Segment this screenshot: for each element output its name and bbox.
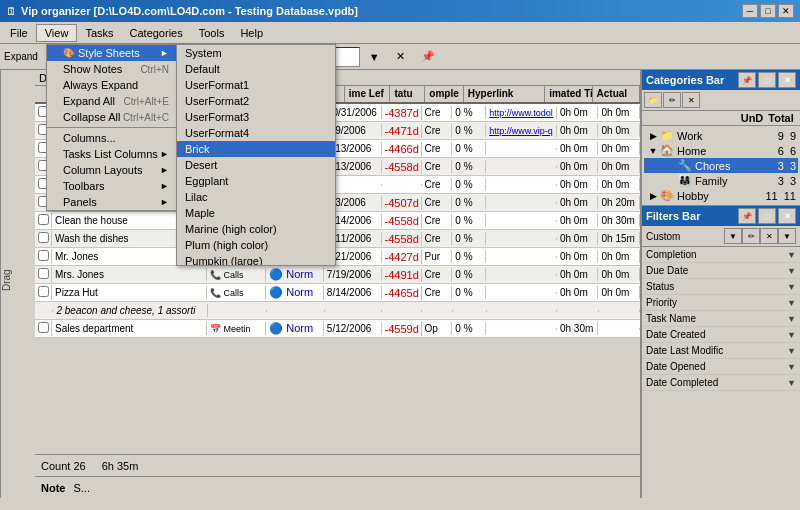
- filter-arrow-datelastmod[interactable]: ▼: [787, 346, 796, 356]
- view-menu-shownotes[interactable]: Show Notes Ctrl+N: [47, 61, 185, 77]
- row-complete: 0 %: [452, 214, 486, 227]
- row-date: [324, 184, 382, 186]
- col-date[interactable]: Date&T: [279, 86, 345, 102]
- row-date: 10/31/2006: [324, 106, 382, 119]
- toolbar-down[interactable]: ▼: [204, 48, 229, 66]
- filter-float-btn[interactable]: □: [758, 208, 776, 224]
- row-category: 👨‍👩‍👧 Family: [207, 142, 266, 155]
- row-check[interactable]: [35, 213, 52, 228]
- task-view-input[interactable]: [240, 47, 360, 67]
- view-menu-panels[interactable]: Panels ►: [47, 194, 185, 210]
- filter-completion[interactable]: Completion ▼: [642, 247, 800, 263]
- filter-arrow-taskname[interactable]: ▼: [787, 314, 796, 324]
- view-menu-alwaysexpand[interactable]: Always Expand: [47, 77, 185, 93]
- col-atime[interactable]: Actual: [593, 86, 640, 102]
- col-timeleft[interactable]: ime Lef: [345, 86, 391, 102]
- menu-tools[interactable]: Tools: [191, 25, 233, 41]
- view-menu-collayouts[interactable]: Column Layouts ►: [47, 162, 185, 178]
- row-check-note: [35, 310, 53, 312]
- view-menu-toolbars[interactable]: Toolbars ►: [47, 178, 185, 194]
- filter-btn-2[interactable]: ✏: [742, 228, 760, 244]
- row-check[interactable]: [35, 249, 52, 264]
- expandall-label: Expand All: [63, 95, 115, 107]
- view-menu-tasklistcols[interactable]: Tasks List Columns ►: [47, 146, 185, 162]
- maximize-button[interactable]: □: [760, 4, 776, 18]
- filter-arrow-priority[interactable]: ▼: [787, 298, 796, 308]
- row-check[interactable]: [35, 285, 52, 300]
- cat-count-family: 3 3: [778, 175, 796, 187]
- filter-arrow-completion[interactable]: ▼: [787, 250, 796, 260]
- row-check[interactable]: [35, 231, 52, 246]
- row-check[interactable]: [35, 321, 52, 336]
- close-button[interactable]: ✕: [778, 4, 794, 18]
- menu-categories[interactable]: Categories: [122, 25, 191, 41]
- cat-btn-3[interactable]: ✕: [682, 92, 700, 108]
- filter-arrow-dateopened[interactable]: ▼: [787, 362, 796, 372]
- col-hyperlink[interactable]: Hyperlink: [464, 86, 545, 102]
- filter-btn-1[interactable]: ▼: [724, 228, 742, 244]
- col-etime[interactable]: imated Ti: [545, 86, 592, 102]
- view-menu-collapseall[interactable]: Collapse All Ctrl+Alt+C: [47, 109, 185, 125]
- row-link[interactable]: http://www.todolists: [486, 107, 557, 119]
- table-row[interactable]: Mr. Jones 📞 Calls 🔵 Norm 9/21/2006 -4427…: [35, 248, 640, 266]
- collayouts-label: Column Layouts: [63, 164, 143, 176]
- minimize-button[interactable]: ─: [742, 4, 758, 18]
- menu-tasks[interactable]: Tasks: [77, 25, 121, 41]
- col-status[interactable]: tatu: [390, 86, 425, 102]
- cat-item-family[interactable]: 👨‍👩‍👧 Family 3 3: [644, 173, 798, 188]
- table-row[interactable]: Wash the dishes 🔧 Chores 🔵 Norm 5/11/200…: [35, 230, 640, 248]
- row-etime: 0h 0m: [557, 106, 599, 119]
- filter-arrow-datecreated[interactable]: ▼: [787, 330, 796, 340]
- cat-count-work: 9 9: [778, 130, 796, 142]
- menu-help[interactable]: Help: [232, 25, 271, 41]
- cat-item-home[interactable]: ▼ 🏠 Home 6 6: [644, 143, 798, 158]
- filter-duedate[interactable]: Due Date ▼: [642, 263, 800, 279]
- col-category[interactable]: Category: [211, 86, 279, 102]
- row-pri: 🔵 Norm: [266, 213, 324, 228]
- columns-label: Columns...: [63, 132, 116, 144]
- filter-status[interactable]: Status ▼: [642, 279, 800, 295]
- hobby-icon: 🎨: [660, 189, 674, 202]
- cat-btn-1[interactable]: 📁: [644, 92, 662, 108]
- row-status: Cre: [422, 160, 453, 173]
- row-complete: 0 %: [452, 142, 486, 155]
- filter-close-btn[interactable]: ✕: [778, 208, 796, 224]
- toolbar-v1[interactable]: ▼: [362, 48, 387, 66]
- cat-item-chores[interactable]: 🔧 Chores 3 3: [644, 158, 798, 173]
- toolbar-del2[interactable]: ✕: [389, 47, 412, 66]
- table-row[interactable]: Pizza Hut 📞 Calls 🔵 Norm 8/14/2006 -4465…: [35, 284, 640, 302]
- filter-pin-btn[interactable]: 📌: [738, 208, 756, 224]
- row-note-text: 2 beacon and cheese, 1 assorti: [53, 304, 208, 317]
- toolbar-pin[interactable]: 📌: [414, 47, 442, 66]
- filter-arrow-datecompleted[interactable]: ▼: [787, 378, 796, 388]
- cat-btn-2[interactable]: ✏: [663, 92, 681, 108]
- filter-dateopened[interactable]: Date Opened ▼: [642, 359, 800, 375]
- table-row[interactable]: Mrs. Jones 📞 Calls 🔵 Norm 7/19/2006 -449…: [35, 266, 640, 284]
- row-atime: 0h 0m: [598, 286, 640, 299]
- view-menu-columns[interactable]: Columns...: [47, 130, 185, 146]
- filter-datelastmod[interactable]: Date Last Modific ▼: [642, 343, 800, 359]
- cat-item-work[interactable]: ▶ 📁 Work 9 9: [644, 128, 798, 143]
- filter-btn-4[interactable]: ▼: [778, 228, 796, 244]
- view-menu-stylesheets[interactable]: 🎨 Style Sheets ►: [47, 45, 185, 61]
- menu-file[interactable]: File: [2, 25, 36, 41]
- cat-close-btn[interactable]: ✕: [778, 72, 796, 88]
- row-taskname: Clean the house: [52, 214, 207, 227]
- view-menu-expandall[interactable]: Expand All Ctrl+Alt+E: [47, 93, 185, 109]
- row-link[interactable]: http://www.vip-quali: [486, 125, 557, 137]
- table-row[interactable]: Clean the house 🔧 Chores 🔵 Norm 5/14/200…: [35, 212, 640, 230]
- filter-datecreated[interactable]: Date Created ▼: [642, 327, 800, 343]
- filter-datecompleted[interactable]: Date Completed ▼: [642, 375, 800, 391]
- filter-arrow-duedate[interactable]: ▼: [787, 266, 796, 276]
- menu-view[interactable]: View: [36, 24, 78, 42]
- cat-pin-btn[interactable]: 📌: [738, 72, 756, 88]
- table-row[interactable]: Sales department 📅 Meetin 🔵 Norm 5/12/20…: [35, 320, 640, 338]
- col-complete[interactable]: omple: [425, 86, 463, 102]
- row-check[interactable]: [35, 267, 52, 282]
- filter-arrow-status[interactable]: ▼: [787, 282, 796, 292]
- filter-priority[interactable]: Priority ▼: [642, 295, 800, 311]
- filter-btn-3[interactable]: ✕: [760, 228, 778, 244]
- cat-item-hobby[interactable]: ▶ 🎨 Hobby 11 11: [644, 188, 798, 203]
- filter-taskname[interactable]: Task Name ▼: [642, 311, 800, 327]
- cat-float-btn[interactable]: □: [758, 72, 776, 88]
